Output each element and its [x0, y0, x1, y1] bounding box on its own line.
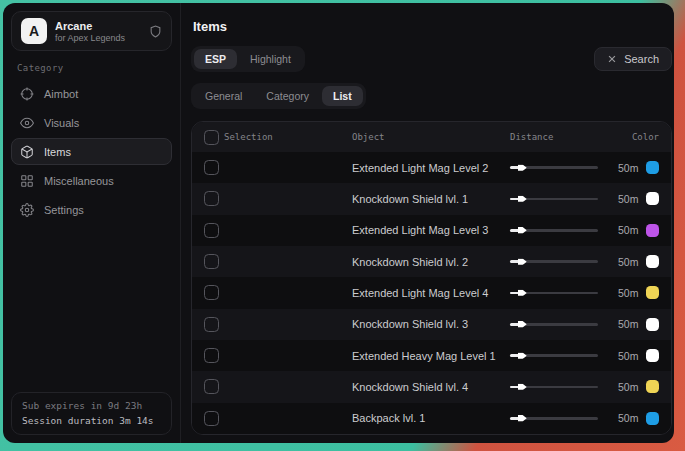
slider-track [510, 323, 598, 326]
color-swatch[interactable] [646, 380, 659, 393]
select-all-checkbox[interactable] [204, 130, 219, 145]
object-name: Backpack lvl. 1 [352, 412, 510, 424]
color-swatch[interactable] [646, 349, 659, 362]
table-row: Knockdown Shield lvl. 4 50m [192, 371, 671, 402]
row-checkbox[interactable] [204, 348, 219, 363]
search-button-label: Search [624, 53, 659, 65]
column-header-color: Color [632, 132, 659, 142]
object-name: Extended Heavy Mag Level 1 [352, 350, 510, 362]
distance-slider[interactable] [510, 317, 598, 331]
sidebar-item-aimbot[interactable]: Aimbot [11, 80, 172, 107]
app-subtitle: for Apex Legends [55, 33, 125, 43]
slider-thumb[interactable] [518, 321, 527, 328]
game-backdrop: A Arcane for Apex Legends Category Aimbo… [0, 0, 685, 451]
distance-slider[interactable] [510, 349, 598, 363]
shield-badge-icon [149, 25, 162, 38]
object-name: Knockdown Shield lvl. 1 [352, 193, 510, 205]
search-x-icon [607, 54, 617, 64]
row-checkbox[interactable] [204, 317, 219, 332]
row-checkbox[interactable] [204, 411, 219, 426]
view-tabs: General Category List [191, 83, 366, 109]
app-title-block: Arcane for Apex Legends [55, 20, 125, 43]
sub-expiry-text: Sub expires in 9d 23h [22, 400, 161, 411]
search-button[interactable]: Search [594, 47, 672, 71]
slider-thumb[interactable] [518, 196, 527, 203]
color-swatch[interactable] [646, 412, 659, 425]
app-header-card: A Arcane for Apex Legends [11, 11, 172, 51]
slider-thumb[interactable] [518, 384, 527, 391]
slider-track [510, 166, 598, 169]
slider-track [510, 417, 598, 420]
tab-list[interactable]: List [322, 86, 363, 106]
main-panel: Items ESP Highlight Search General Categ… [181, 3, 674, 443]
sidebar-item-settings[interactable]: Settings [11, 196, 172, 223]
row-checkbox[interactable] [204, 379, 219, 394]
items-table: Selection Object Distance Color Extended… [191, 121, 672, 435]
slider-track [510, 260, 598, 263]
distance-slider[interactable] [510, 411, 598, 425]
mode-tabs: ESP Highlight [191, 46, 305, 72]
distance-slider[interactable] [510, 223, 598, 237]
page-title: Items [193, 19, 672, 34]
table-row: Extended Light Mag Level 2 50m [192, 152, 671, 183]
row-checkbox[interactable] [204, 160, 219, 175]
table-row: Knockdown Shield lvl. 1 50m [192, 183, 671, 214]
slider-thumb[interactable] [518, 352, 527, 359]
session-duration-text: Session duration 3m 14s [22, 415, 161, 426]
distance-value: 50m [606, 318, 646, 330]
sidebar-item-label: Miscellaneous [44, 175, 114, 187]
tab-category[interactable]: Category [255, 86, 320, 106]
distance-value: 50m [606, 381, 646, 393]
slider-track [510, 292, 598, 295]
row-checkbox[interactable] [204, 285, 219, 300]
tab-general[interactable]: General [194, 86, 253, 106]
slider-thumb[interactable] [518, 227, 527, 234]
distance-slider[interactable] [510, 255, 598, 269]
object-name: Knockdown Shield lvl. 4 [352, 381, 510, 393]
distance-value: 50m [606, 193, 646, 205]
color-swatch[interactable] [646, 224, 659, 237]
slider-thumb[interactable] [518, 290, 527, 297]
eye-icon [20, 116, 34, 130]
color-swatch[interactable] [646, 161, 659, 174]
tab-highlight[interactable]: Highlight [239, 49, 302, 69]
slider-thumb[interactable] [518, 164, 527, 171]
app-window: A Arcane for Apex Legends Category Aimbo… [3, 3, 674, 443]
row-checkbox[interactable] [204, 191, 219, 206]
table-row: Extended Light Mag Level 4 50m [192, 277, 671, 308]
distance-value: 50m [606, 224, 646, 236]
slider-track [510, 354, 598, 357]
column-header-selection: Selection [224, 132, 352, 142]
distance-slider[interactable] [510, 161, 598, 175]
color-swatch[interactable] [646, 255, 659, 268]
sidebar-item-items[interactable]: Items [11, 138, 172, 165]
sidebar-item-visuals[interactable]: Visuals [11, 109, 172, 136]
object-name: Extended Light Mag Level 4 [352, 287, 510, 299]
sidebar-item-miscellaneous[interactable]: Miscellaneous [11, 167, 172, 194]
sidebar-item-label: Visuals [44, 117, 79, 129]
color-swatch[interactable] [646, 318, 659, 331]
color-swatch[interactable] [646, 286, 659, 299]
tab-esp[interactable]: ESP [194, 49, 237, 69]
box-icon [20, 145, 34, 159]
distance-slider[interactable] [510, 286, 598, 300]
distance-value: 50m [606, 350, 646, 362]
crosshair-icon [20, 87, 34, 101]
app-logo: A [21, 18, 47, 44]
table-row: Backpack lvl. 1 50m [192, 403, 671, 434]
table-row: Extended Light Mag Level 3 50m [192, 215, 671, 246]
color-swatch[interactable] [646, 192, 659, 205]
slider-track [510, 386, 598, 389]
slider-thumb[interactable] [518, 258, 527, 265]
slider-thumb[interactable] [518, 415, 527, 422]
slider-track [510, 198, 598, 201]
row-checkbox[interactable] [204, 254, 219, 269]
distance-slider[interactable] [510, 192, 598, 206]
distance-slider[interactable] [510, 380, 598, 394]
table-row: Extended Heavy Mag Level 1 50m [192, 340, 671, 371]
row-checkbox[interactable] [204, 223, 219, 238]
table-row: Knockdown Shield lvl. 3 50m [192, 309, 671, 340]
category-label: Category [17, 63, 166, 73]
sidebar-item-label: Settings [44, 204, 84, 216]
object-name: Extended Light Mag Level 2 [352, 162, 510, 174]
